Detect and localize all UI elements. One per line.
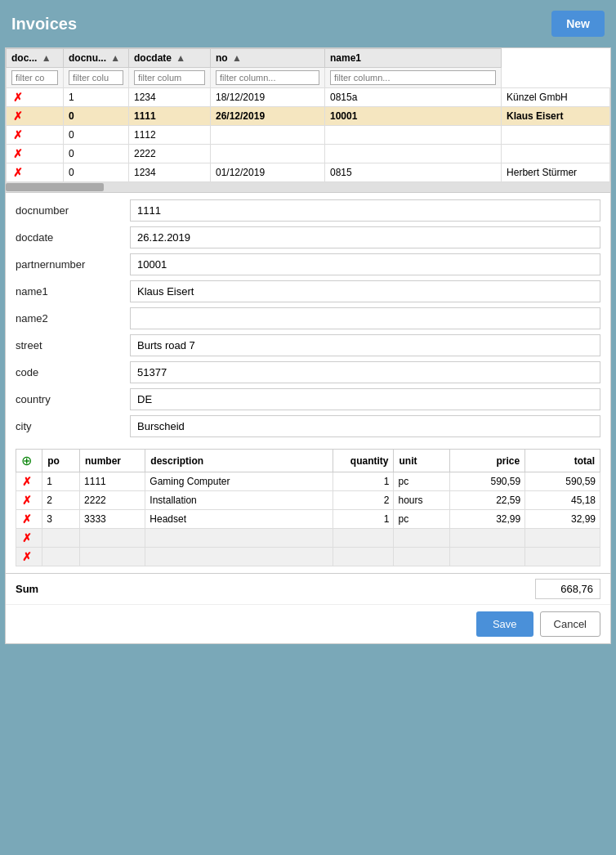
table-row[interactable]: ✗0111126/12/201910001Klaus Eisert [7, 107, 610, 126]
item-empty-row: ✗ [16, 529, 600, 548]
cell-name1: Klaus Eisert [502, 107, 610, 126]
form-row-name2: name2 [16, 307, 600, 329]
form-row-city: city [16, 415, 600, 437]
item-cell-pos: 2 [42, 491, 80, 510]
form-input-name2[interactable] [130, 307, 600, 329]
save-button[interactable]: Save [476, 611, 533, 637]
item-row[interactable]: ✗33333Headset1pc32,9932,99 [16, 510, 600, 529]
cell-doc: 1 [64, 88, 129, 107]
form-input-docdate[interactable] [130, 226, 600, 248]
items-header-row: ⊕ po number description quantity unit pr… [16, 450, 600, 472]
delete-row-button[interactable]: ✗ [11, 147, 25, 160]
form-input-docnumber[interactable] [130, 199, 600, 222]
item-row[interactable]: ✗11111Gaming Computer1pc590,59590,59 [16, 472, 600, 491]
table-row[interactable]: ✗01112 [7, 126, 610, 145]
form-input-code[interactable] [130, 361, 600, 383]
cancel-button[interactable]: Cancel [540, 611, 600, 637]
filter-docdate[interactable] [134, 70, 205, 85]
form-row-partnernumber: partnernumber [16, 253, 600, 275]
filter-docnumber[interactable] [69, 70, 123, 85]
form-label-code: code [16, 366, 130, 378]
sort-arrow-docdate[interactable]: ▲ [176, 52, 185, 64]
filter-doc[interactable] [11, 70, 58, 85]
empty-cell [525, 529, 600, 548]
filter-cell-no [211, 68, 325, 88]
item-delete-cell: ✗ [16, 510, 42, 529]
cell-doc: 0 [64, 107, 129, 126]
form-label-docnumber: docnumber [16, 204, 130, 217]
cell-docdate: 26/12/2019 [211, 107, 325, 126]
delete-row-button[interactable]: ✗ [11, 166, 25, 179]
delete-item-button[interactable]: ✗ [20, 475, 33, 488]
scrollbar-thumb[interactable] [6, 183, 104, 191]
items-table: ⊕ po number description quantity unit pr… [16, 449, 600, 566]
form-input-name1[interactable] [130, 280, 600, 302]
sort-arrow-doc[interactable]: ▲ [42, 52, 51, 64]
delete-row-button[interactable]: ✗ [11, 110, 25, 123]
form-input-city[interactable] [130, 415, 600, 437]
col-header-doc: doc... ▲ [7, 49, 64, 68]
item-cell-quantity: 1 [333, 510, 394, 529]
action-row: Save Cancel [6, 604, 610, 643]
col-po: po [42, 450, 80, 472]
item-cell-quantity: 1 [333, 472, 394, 491]
form-row-docdate: docdate [16, 226, 600, 248]
item-cell-description: Installation [145, 491, 333, 510]
delete-item-button[interactable]: ✗ [20, 513, 33, 526]
filter-name1[interactable] [330, 70, 496, 85]
form-section: docnumberdocdatepartnernumbername1name2s… [6, 192, 610, 449]
form-row-country: country [16, 388, 600, 410]
cell-docdate [211, 126, 325, 145]
form-input-country[interactable] [130, 388, 600, 410]
form-label-docdate: docdate [16, 231, 130, 244]
cell-doc: 0 [64, 126, 129, 145]
empty-cell [333, 548, 394, 566]
table-row[interactable]: ✗0123401/12/20190815Herbert Stürmer [7, 163, 610, 182]
form-input-partnernumber[interactable] [130, 253, 600, 275]
form-row-name1: name1 [16, 280, 600, 302]
sort-arrow-no[interactable]: ▲ [232, 52, 242, 64]
sum-value: 668,76 [535, 579, 600, 599]
item-cell-pos: 3 [42, 510, 80, 529]
col-header-docnumber: docnu... ▲ [64, 49, 129, 68]
cell-docnumber: 1112 [129, 126, 211, 145]
item-cell-description: Headset [145, 510, 333, 529]
cell-no [325, 145, 502, 163]
empty-cell: ✗ [16, 529, 42, 548]
empty-cell [394, 529, 450, 548]
filter-cell-docnumber [64, 68, 129, 88]
item-cell-unit: hours [394, 491, 450, 510]
cell-doc: 0 [64, 145, 129, 163]
empty-cell [80, 548, 145, 566]
filter-no[interactable] [216, 70, 319, 85]
item-cell-description: Gaming Computer [145, 472, 333, 491]
form-label-partnernumber: partnernumber [16, 258, 130, 271]
delete-empty-button[interactable]: ✗ [20, 531, 33, 544]
form-row-code: code [16, 361, 600, 383]
delete-empty-button[interactable]: ✗ [20, 550, 33, 563]
delete-row-button[interactable]: ✗ [11, 91, 25, 104]
items-section: ⊕ po number description quantity unit pr… [6, 449, 610, 573]
form-row-docnumber: docnumber [16, 199, 600, 222]
item-cell-number: 3333 [80, 510, 145, 529]
sort-arrow-docnumber[interactable]: ▲ [110, 52, 120, 64]
empty-cell: ✗ [16, 548, 42, 566]
item-cell-total: 32,99 [525, 510, 600, 529]
form-input-street[interactable] [130, 334, 600, 356]
col-price: price [450, 450, 525, 472]
item-cell-total: 45,18 [525, 491, 600, 510]
table-row[interactable]: ✗02222 [7, 145, 610, 163]
horizontal-scrollbar[interactable] [6, 182, 610, 192]
empty-cell [333, 529, 394, 548]
add-item-button[interactable]: ⊕ [21, 453, 32, 468]
empty-cell [80, 529, 145, 548]
table-row[interactable]: ✗1123418/12/20190815aKünzel GmbH [7, 88, 610, 107]
item-row[interactable]: ✗22222Installation2hours22,5945,18 [16, 491, 600, 510]
delete-row-button[interactable]: ✗ [11, 128, 25, 141]
form-label-name2: name2 [16, 312, 130, 325]
delete-item-button[interactable]: ✗ [20, 494, 33, 507]
empty-cell [145, 529, 333, 548]
grid-scroll-area[interactable]: doc... ▲ docnu... ▲ docdate ▲ no [6, 48, 610, 192]
cell-docnumber: 1111 [129, 107, 211, 126]
new-button[interactable]: New [551, 11, 605, 37]
